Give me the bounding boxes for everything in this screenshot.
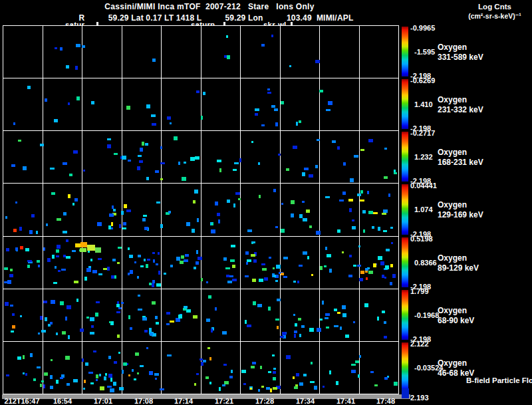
- panel-plot-area: [3, 130, 399, 184]
- data-point: [222, 384, 225, 386]
- data-point: [25, 248, 29, 251]
- data-point: [275, 122, 278, 126]
- data-point: [354, 155, 358, 158]
- grid-line: [359, 131, 360, 184]
- data-point: [275, 226, 278, 228]
- data-point: [273, 275, 276, 277]
- panel-species: Oxygen: [438, 306, 474, 316]
- data-point: [303, 218, 307, 221]
- data-point: [100, 386, 104, 390]
- data-point: [351, 364, 356, 366]
- data-point: [30, 353, 33, 357]
- grid-line: [161, 131, 162, 184]
- data-point: [152, 301, 156, 305]
- data-point: [111, 222, 113, 226]
- data-point: [283, 257, 288, 259]
- data-point: [314, 386, 317, 390]
- data-point: [96, 374, 98, 378]
- data-point: [76, 299, 78, 302]
- data-point: [281, 203, 283, 205]
- data-point: [268, 307, 271, 311]
- data-point: [340, 327, 342, 330]
- data-point: [273, 387, 277, 390]
- data-point: [307, 256, 309, 259]
- data-point: [33, 378, 36, 381]
- spectrogram-panel-3: -0.2717 1.232 -2.198 Oxygen 168-231 keV: [0, 130, 532, 183]
- data-point: [253, 301, 256, 305]
- colorbar-max-label: 2.122: [410, 340, 453, 348]
- grid-line: [280, 78, 281, 131]
- grid-line: [3, 342, 3, 394]
- data-point: [36, 231, 38, 234]
- data-point: [385, 265, 389, 269]
- data-point: [363, 229, 365, 233]
- data-point: [359, 278, 363, 281]
- data-point: [109, 213, 114, 217]
- grid-line: [240, 131, 241, 184]
- data-point: [235, 192, 240, 195]
- data-point: [45, 317, 47, 321]
- data-point: [95, 313, 98, 317]
- grid-line: [82, 342, 82, 394]
- data-point: [334, 325, 338, 327]
- data-point: [13, 122, 15, 125]
- data-point: [168, 211, 171, 213]
- data-point: [152, 123, 156, 126]
- data-point: [119, 387, 124, 390]
- panel-energy-range: 89-129 keV: [438, 263, 479, 273]
- grid-line: [359, 342, 360, 394]
- data-point: [201, 278, 203, 281]
- data-point: [166, 312, 170, 315]
- data-point: [260, 366, 262, 369]
- data-point: [160, 388, 164, 390]
- data-point: [367, 191, 369, 194]
- grid-line: [398, 289, 399, 342]
- data-point: [65, 356, 70, 360]
- data-point: [23, 372, 25, 374]
- colorbar-units-line1: Log Cnts: [459, 2, 531, 11]
- data-point: [20, 246, 23, 249]
- data-point: [109, 321, 111, 323]
- data-point: [142, 317, 147, 321]
- grid-line: [319, 342, 320, 394]
- data-point: [116, 304, 120, 307]
- data-point: [293, 281, 296, 283]
- data-point: [255, 113, 258, 116]
- data-point: [108, 374, 112, 378]
- grid-line: [201, 237, 201, 289]
- data-point: [60, 377, 63, 379]
- data-point: [232, 265, 235, 268]
- colorbar: [402, 237, 408, 287]
- data-point: [118, 307, 122, 309]
- data-point: [55, 47, 57, 49]
- panel-plot-area: [3, 341, 399, 394]
- data-point: [174, 136, 178, 140]
- data-point: [194, 383, 196, 386]
- data-point: [226, 35, 228, 38]
- data-point: [201, 116, 203, 120]
- time-tick-label: 17:14: [174, 397, 193, 405]
- data-point: [358, 245, 360, 247]
- data-point: [170, 321, 174, 323]
- data-point: [258, 389, 260, 392]
- data-point: [61, 269, 66, 271]
- data-point: [93, 350, 96, 352]
- data-point: [207, 347, 210, 349]
- data-point: [122, 370, 124, 374]
- data-point: [10, 269, 13, 271]
- data-point: [203, 360, 206, 362]
- grid-line: [398, 78, 399, 131]
- data-point: [366, 277, 368, 280]
- data-point: [211, 229, 215, 233]
- data-point: [384, 176, 388, 179]
- data-point: [286, 168, 289, 171]
- panel-label: Oxygen 331-589 keV: [438, 43, 483, 63]
- data-point: [391, 242, 393, 244]
- data-point: [390, 264, 393, 267]
- data-point: [47, 258, 51, 262]
- data-point: [160, 162, 165, 164]
- data-point: [138, 155, 142, 157]
- data-point: [134, 378, 136, 380]
- data-point: [158, 252, 160, 255]
- data-point: [56, 380, 59, 384]
